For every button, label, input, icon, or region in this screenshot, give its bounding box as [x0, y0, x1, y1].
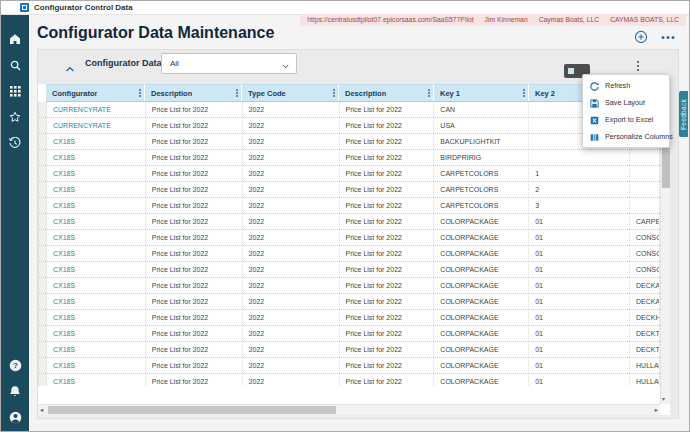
sidebar-favorites-button[interactable] — [1, 104, 29, 130]
grid-kebab-menu-button[interactable] — [631, 59, 645, 73]
configurator-link-cell[interactable]: CX18S — [47, 342, 146, 357]
table-row[interactable]: CX18SPrice List for 20222022Price List f… — [39, 150, 660, 166]
configurator-link-cell[interactable]: CURRENCYRATE — [47, 102, 146, 117]
configurator-link-cell[interactable]: CX18S — [47, 262, 146, 277]
configurator-link-cell[interactable]: CX18S — [47, 278, 146, 293]
configurator-link-cell[interactable]: CX18S — [47, 358, 146, 373]
column-header-configurator[interactable]: Configurator — [46, 84, 145, 101]
sidebar-home-button[interactable] — [1, 26, 29, 52]
configurator-link-cell[interactable]: CX18S — [47, 182, 146, 197]
table-row[interactable]: CX18SPrice List for 20222022Price List f… — [39, 246, 660, 262]
sidebar-apps-button[interactable] — [1, 78, 29, 104]
configurator-link-cell[interactable]: CURRENCYRATE — [47, 118, 146, 133]
cell: COLORPACKAGE — [434, 310, 529, 325]
column-menu-kebab-icon[interactable] — [428, 89, 430, 97]
column-menu-kebab-icon[interactable] — [523, 89, 525, 97]
collapse-chevron-up-icon[interactable] — [65, 59, 75, 77]
configurator-link-cell[interactable]: CX18S — [47, 150, 146, 165]
row-selector-gutter[interactable] — [39, 374, 47, 386]
add-new-button[interactable] — [634, 30, 648, 44]
sidebar-notifications-button[interactable] — [1, 378, 29, 404]
configurator-link-cell[interactable]: CX18S — [47, 214, 146, 229]
window-titlebar: Configurator Control Data — [1, 1, 689, 15]
table-row[interactable]: CX18SPrice List for 20222022Price List f… — [39, 310, 660, 326]
cell: Price List for 2022 — [146, 150, 243, 165]
configurator-link-cell[interactable]: CX18S — [47, 134, 146, 149]
row-selector-gutter[interactable] — [39, 262, 47, 277]
configurator-filter-dropdown[interactable]: All — [161, 53, 297, 74]
cell: 01 — [529, 326, 630, 341]
row-selector-gutter[interactable] — [39, 102, 47, 117]
scroll-left-arrow-icon[interactable]: ◂ — [40, 406, 43, 414]
configurator-link-cell[interactable]: CX18S — [47, 374, 146, 386]
column-header-type-code[interactable]: Type Code — [242, 84, 339, 101]
menu-item-refresh[interactable]: Refresh — [583, 77, 669, 94]
dropdown-selected-value: All — [170, 59, 282, 68]
feedback-tab[interactable]: Feedback — [679, 91, 688, 137]
table-row[interactable]: CX18SPrice List for 20222022Price List f… — [39, 326, 660, 342]
column-header-description[interactable]: Description — [339, 84, 434, 101]
menu-item-export-to-excel[interactable]: Export to Excel — [583, 111, 669, 128]
configurator-link-cell[interactable]: CX18S — [47, 310, 146, 325]
table-row[interactable]: CX18SPrice List for 20222022Price List f… — [39, 278, 660, 294]
configurator-link-cell[interactable]: CX18S — [47, 230, 146, 245]
configurator-link-cell[interactable]: CX18S — [47, 294, 146, 309]
table-row[interactable]: CX18SPrice List for 20222022Price List f… — [39, 294, 660, 310]
sidebar-help-button[interactable]: ? — [1, 352, 29, 378]
row-selector-gutter[interactable] — [39, 134, 47, 149]
menu-item-save-layout[interactable]: Save Layout — [583, 94, 669, 111]
cell: 01 — [529, 246, 630, 261]
row-selector-gutter[interactable] — [39, 358, 47, 373]
row-selector-gutter[interactable] — [39, 310, 47, 325]
cell: Price List for 2022 — [340, 326, 435, 341]
cell: HULLACC — [630, 374, 660, 386]
row-selector-gutter[interactable] — [39, 214, 47, 229]
horizontal-scrollbar[interactable]: ◂ ▸ — [38, 404, 660, 415]
table-row[interactable]: CURRENCYRATEPrice List for 20222022Price… — [39, 118, 660, 134]
table-row[interactable]: CX18SPrice List for 20222022Price List f… — [39, 134, 660, 150]
scroll-right-arrow-icon[interactable]: ▸ — [655, 406, 658, 414]
configurator-link-cell[interactable]: CX18S — [47, 198, 146, 213]
table-row[interactable]: CX18SPrice List for 20222022Price List f… — [39, 198, 660, 214]
cell: CARPETCOLORS — [434, 166, 529, 181]
table-row[interactable]: CX18SPrice List for 20222022Price List f… — [39, 342, 660, 358]
table-row[interactable]: CX18SPrice List for 20222022Price List f… — [39, 262, 660, 278]
row-selector-gutter[interactable] — [39, 118, 47, 133]
column-menu-kebab-icon[interactable] — [236, 89, 238, 97]
row-selector-gutter[interactable] — [39, 198, 47, 213]
cell — [529, 150, 630, 165]
scroll-down-arrow-icon[interactable]: ▾ — [662, 395, 665, 402]
row-selector-gutter[interactable] — [39, 246, 47, 261]
table-row[interactable]: CX18SPrice List for 20222022Price List f… — [39, 358, 660, 374]
table-row[interactable]: CX18SPrice List for 20222022Price List f… — [39, 214, 660, 230]
sidebar-history-button[interactable] — [1, 130, 29, 156]
row-selector-gutter[interactable] — [39, 166, 47, 181]
sidebar-search-button[interactable] — [1, 52, 29, 78]
column-header-key-1[interactable]: Key 1 — [434, 84, 529, 101]
menu-item-personalize-columns[interactable]: Personalize Columns — [583, 128, 669, 145]
row-selector-gutter[interactable] — [39, 182, 47, 197]
row-selector-gutter[interactable] — [39, 150, 47, 165]
row-selector-gutter[interactable] — [39, 230, 47, 245]
cell — [630, 198, 660, 213]
column-header-description[interactable]: Description — [145, 84, 242, 101]
sidebar-user-button[interactable] — [1, 404, 29, 430]
column-menu-kebab-icon[interactable] — [139, 89, 141, 97]
cell: Price List for 2022 — [146, 294, 243, 309]
column-menu-kebab-icon[interactable] — [333, 89, 335, 97]
table-row[interactable]: CURRENCYRATEPrice List for 20222022Price… — [39, 102, 660, 118]
table-row[interactable]: CX18SPrice List for 20222022Price List f… — [39, 230, 660, 246]
configurator-link-cell[interactable]: CX18S — [47, 166, 146, 181]
configurator-link-cell[interactable]: CX18S — [47, 246, 146, 261]
table-row[interactable]: CX18SPrice List for 20222022Price List f… — [39, 374, 660, 386]
horizontal-scrollbar-thumb[interactable] — [48, 406, 336, 414]
row-selector-gutter[interactable] — [39, 326, 47, 341]
row-selector-gutter[interactable] — [39, 342, 47, 357]
cell: 2022 — [243, 182, 340, 197]
table-row[interactable]: CX18SPrice List for 20222022Price List f… — [39, 166, 660, 182]
row-selector-gutter[interactable] — [39, 278, 47, 293]
table-row[interactable]: CX18SPrice List for 20222022Price List f… — [39, 182, 660, 198]
row-selector-gutter[interactable] — [39, 294, 47, 309]
configurator-link-cell[interactable]: CX18S — [47, 326, 146, 341]
overflow-menu-button[interactable] — [661, 35, 675, 40]
